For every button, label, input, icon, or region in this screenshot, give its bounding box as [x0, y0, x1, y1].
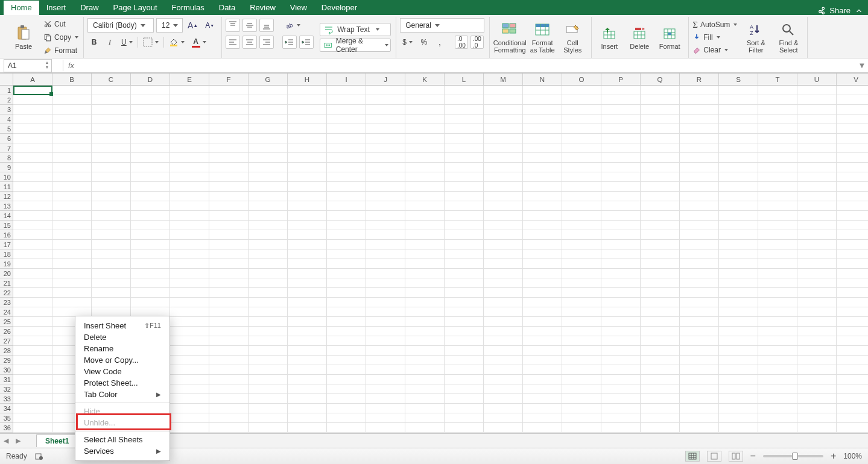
cell[interactable]: [641, 211, 680, 221]
cell[interactable]: [209, 423, 249, 433]
cell[interactable]: [366, 134, 405, 143]
cell[interactable]: [170, 124, 209, 134]
cell[interactable]: [327, 365, 366, 375]
cell[interactable]: [288, 105, 327, 114]
cell[interactable]: [719, 201, 758, 211]
cell[interactable]: [445, 134, 484, 143]
cell[interactable]: [445, 413, 484, 423]
cell[interactable]: [52, 278, 92, 288]
cell[interactable]: [92, 143, 131, 153]
cell[interactable]: [484, 384, 523, 394]
orientation-button[interactable]: ab: [282, 19, 303, 32]
cell[interactable]: [758, 192, 797, 201]
cell[interactable]: [52, 298, 92, 307]
cell[interactable]: [641, 134, 680, 143]
cell[interactable]: [13, 298, 52, 307]
cell[interactable]: [131, 230, 170, 240]
cell[interactable]: [601, 413, 641, 423]
underline-button[interactable]: U: [119, 36, 135, 49]
cell[interactable]: [366, 298, 405, 307]
cell[interactable]: [837, 327, 868, 336]
cell[interactable]: [288, 404, 327, 413]
row-header-28[interactable]: 28: [0, 346, 13, 356]
cell[interactable]: [680, 298, 719, 307]
cell[interactable]: [445, 211, 484, 221]
cell[interactable]: [562, 336, 601, 346]
cell[interactable]: [719, 317, 758, 327]
cell[interactable]: [484, 356, 523, 365]
cell[interactable]: [445, 230, 484, 240]
cell[interactable]: [288, 288, 327, 298]
increase-font-button[interactable]: A▲: [185, 19, 200, 32]
cell[interactable]: [52, 288, 92, 298]
cell[interactable]: [209, 365, 249, 375]
cell[interactable]: [523, 346, 562, 356]
fill-button[interactable]: Fill: [692, 31, 737, 43]
cell[interactable]: [366, 249, 405, 259]
cell[interactable]: [288, 143, 327, 153]
cell[interactable]: [797, 124, 837, 134]
cell[interactable]: [523, 192, 562, 201]
cell[interactable]: [445, 307, 484, 317]
column-header-U[interactable]: U: [797, 74, 837, 86]
tab-formulas[interactable]: Formulas: [165, 1, 212, 15]
cell[interactable]: [719, 356, 758, 365]
cell[interactable]: [562, 269, 601, 278]
cell[interactable]: [562, 172, 601, 182]
cell[interactable]: [366, 317, 405, 327]
cell[interactable]: [327, 327, 366, 336]
cell[interactable]: [523, 221, 562, 230]
cell[interactable]: [523, 278, 562, 288]
cell[interactable]: [562, 259, 601, 269]
cell[interactable]: [758, 394, 797, 404]
cell[interactable]: [288, 163, 327, 172]
cell[interactable]: [249, 346, 288, 356]
cell[interactable]: [562, 423, 601, 433]
cell[interactable]: [641, 221, 680, 230]
cell[interactable]: [758, 423, 797, 433]
cell[interactable]: [641, 172, 680, 182]
cell[interactable]: [837, 356, 868, 365]
cell[interactable]: [562, 114, 601, 124]
ctx-tab-color[interactable]: Tab Color▶: [75, 389, 169, 400]
cell[interactable]: [523, 172, 562, 182]
cell[interactable]: [758, 346, 797, 356]
cell[interactable]: [209, 86, 249, 95]
cell[interactable]: [719, 192, 758, 201]
cell[interactable]: [288, 327, 327, 336]
column-header-M[interactable]: M: [484, 74, 523, 86]
cell[interactable]: [445, 249, 484, 259]
cell[interactable]: [562, 278, 601, 288]
cell[interactable]: [719, 124, 758, 134]
cell[interactable]: [52, 124, 92, 134]
cell[interactable]: [484, 336, 523, 346]
cell[interactable]: [601, 95, 641, 105]
cell[interactable]: [327, 163, 366, 172]
cell[interactable]: [209, 134, 249, 143]
cell[interactable]: [758, 211, 797, 221]
expand-formula-bar[interactable]: ▼: [856, 61, 868, 70]
cell[interactable]: [680, 182, 719, 192]
cell[interactable]: [562, 307, 601, 317]
cell[interactable]: [680, 336, 719, 346]
decrease-font-button[interactable]: A▼: [203, 19, 217, 32]
cell[interactable]: [405, 95, 445, 105]
cell[interactable]: [170, 86, 209, 95]
cell[interactable]: [680, 211, 719, 221]
cell[interactable]: [797, 172, 837, 182]
cell[interactable]: [641, 143, 680, 153]
cell[interactable]: [445, 86, 484, 95]
cell[interactable]: [327, 143, 366, 153]
cell[interactable]: [680, 307, 719, 317]
cell[interactable]: [170, 298, 209, 307]
cell[interactable]: [52, 163, 92, 172]
cell[interactable]: [758, 278, 797, 288]
cell[interactable]: [797, 327, 837, 336]
ctx-services[interactable]: Services▶: [75, 445, 169, 457]
cell[interactable]: [131, 259, 170, 269]
cell[interactable]: [92, 278, 131, 288]
cell[interactable]: [52, 259, 92, 269]
cell[interactable]: [366, 356, 405, 365]
cell[interactable]: [170, 307, 209, 317]
column-header-D[interactable]: D: [131, 74, 170, 86]
